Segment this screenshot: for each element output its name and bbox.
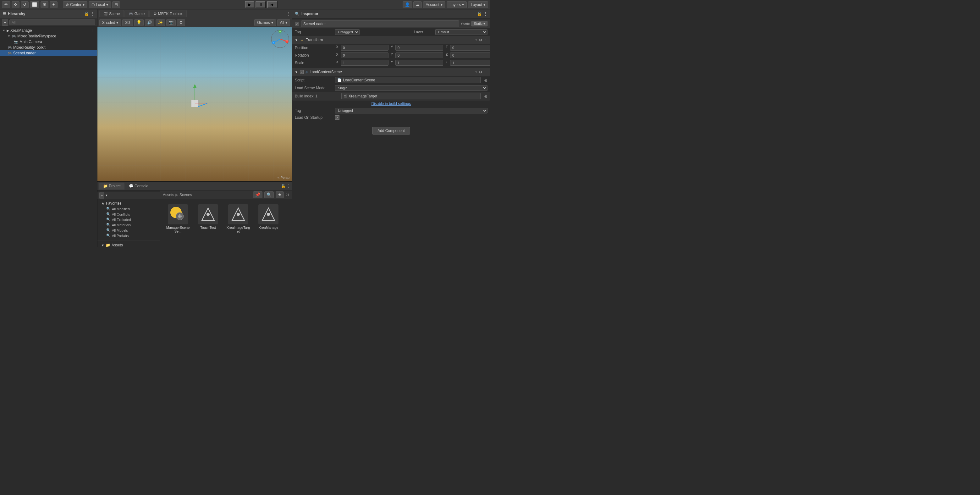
assets-breadcrumb[interactable]: Assets bbox=[163, 193, 174, 197]
add-project-button[interactable]: + bbox=[99, 192, 104, 199]
custom-button[interactable]: ✦ bbox=[50, 1, 57, 8]
loadcontent-component-header[interactable]: ▼ ✓ # LoadContentScene ? ⚙ ⋮ bbox=[292, 68, 490, 76]
assets-header[interactable]: ▼ 📁 Assets bbox=[100, 242, 158, 247]
build-index-field[interactable]: 🎬 XrealmageTarget bbox=[341, 93, 480, 99]
scene-more-icon[interactable]: ⋮ bbox=[286, 12, 290, 16]
loadcontent-menu-icon[interactable]: ⋮ bbox=[484, 70, 487, 74]
project-tab[interactable]: 📁 Project bbox=[99, 183, 124, 189]
console-tab[interactable]: 💬 Console bbox=[125, 183, 152, 189]
inspector-more-icon[interactable]: ⋮ bbox=[484, 12, 487, 16]
shaded-dropdown[interactable]: Shaded ▾ bbox=[99, 19, 121, 26]
favorite-button[interactable]: 📌 bbox=[253, 191, 262, 198]
load-on-startup-checkbox[interactable]: ✓ bbox=[335, 115, 339, 120]
game-tab[interactable]: 🎮 Game bbox=[124, 10, 149, 17]
hierarchy-item-mrtk[interactable]: 🎮 MixedRealityToolkit bbox=[0, 45, 97, 50]
loadcontent-tag-select[interactable]: Untagged bbox=[335, 108, 487, 113]
scale-z-field[interactable] bbox=[450, 60, 490, 66]
step-button[interactable]: ⏭ bbox=[267, 1, 278, 8]
scenes-breadcrumb[interactable]: Scenes bbox=[180, 193, 192, 197]
search-filter-button[interactable]: 🔍 bbox=[264, 191, 274, 198]
transform-button[interactable]: ⊞ bbox=[41, 1, 48, 8]
tag-select[interactable]: Untagged bbox=[335, 29, 360, 35]
scene-settings[interactable]: ⚙ bbox=[177, 19, 185, 26]
all-excluded-item[interactable]: 🔍 All Excluded bbox=[100, 217, 158, 222]
transform-component-header[interactable]: ▼ ↔ Transform ? ⚙ ⋮ bbox=[292, 36, 490, 44]
scale-y-field[interactable] bbox=[395, 60, 443, 66]
hierarchy-search[interactable] bbox=[10, 19, 95, 25]
star-filter-button[interactable]: ★ bbox=[276, 191, 284, 198]
account-dropdown[interactable]: Account ▾ bbox=[423, 1, 445, 8]
rot-z-field[interactable] bbox=[450, 53, 490, 58]
position-row: Position X Y Z bbox=[292, 44, 490, 51]
collab-button[interactable]: 👤 bbox=[402, 1, 412, 8]
asset-touchtest[interactable]: TouchTest bbox=[196, 204, 221, 233]
build-index-target-icon[interactable]: ◎ bbox=[484, 94, 487, 99]
hierarchy-menu-icon[interactable]: ⋮ bbox=[91, 12, 95, 16]
script-target-icon[interactable]: ◎ bbox=[484, 78, 487, 82]
loadcontent-enabled-checkbox[interactable]: ✓ bbox=[300, 70, 304, 74]
bottom-lock-icon[interactable]: 🔓 bbox=[281, 184, 286, 188]
pos-x-label: X bbox=[335, 45, 339, 51]
pos-z-field[interactable] bbox=[450, 45, 490, 51]
object-enabled-checkbox[interactable]: ✓ bbox=[295, 22, 299, 26]
bottom-menu-icon[interactable]: ⋮ bbox=[286, 184, 290, 188]
all-models-item[interactable]: 🔍 All Models bbox=[100, 228, 158, 233]
layer-label: Layer bbox=[414, 30, 433, 34]
transform-help-icon[interactable]: ? bbox=[475, 38, 477, 42]
transform-settings-icon[interactable]: ⚙ bbox=[479, 38, 482, 42]
add-component-button[interactable]: Add Component bbox=[372, 127, 410, 135]
fx-button[interactable]: ✨ bbox=[156, 19, 165, 26]
pos-x-field[interactable] bbox=[341, 45, 388, 51]
add-hierarchy-button[interactable]: + bbox=[2, 19, 8, 26]
hierarchy-item-xreamanage[interactable]: ▼ ▶ XreaManage ⋮ bbox=[0, 28, 97, 33]
audio-button[interactable]: 🔊 bbox=[145, 19, 154, 26]
layer-select[interactable]: Default bbox=[435, 29, 488, 35]
static-badge[interactable]: Static ▾ bbox=[471, 21, 487, 26]
local-dropdown[interactable]: ⬡ Local ▾ bbox=[89, 1, 111, 8]
rotate-button[interactable]: ↺ bbox=[21, 1, 29, 8]
rot-x-field[interactable] bbox=[341, 53, 388, 58]
hierarchy-item-sceneloader[interactable]: 🎮 SceneLoader bbox=[0, 50, 97, 56]
loadcontent-help-icon[interactable]: ? bbox=[475, 70, 477, 74]
play-button[interactable]: ▶ bbox=[245, 1, 254, 8]
camera-button2[interactable]: 📷 bbox=[166, 19, 176, 26]
rot-y-field[interactable] bbox=[395, 53, 443, 58]
object-name-field[interactable] bbox=[301, 21, 459, 27]
all-dropdown[interactable]: All ▾ bbox=[277, 19, 290, 26]
asset-xreamanage[interactable]: XreaManage bbox=[256, 204, 281, 233]
favorites-header[interactable]: ★ Favorites bbox=[100, 201, 158, 206]
grid-button[interactable]: ⊞ bbox=[112, 1, 120, 8]
load-scene-mode-select[interactable]: Single bbox=[335, 85, 487, 91]
xreamanage-menu[interactable]: ⋮ bbox=[91, 29, 95, 33]
center-dropdown[interactable]: ⊕ Center ▾ bbox=[63, 1, 88, 8]
scale-x-field[interactable] bbox=[341, 60, 388, 66]
all-conflicts-item[interactable]: 🔍 All Conflicts bbox=[100, 212, 158, 217]
inspector-lock-icon[interactable]: 🔓 bbox=[477, 12, 482, 16]
asset-manager-scene[interactable]: ManagerSceneSe... bbox=[165, 204, 191, 233]
hierarchy-lock-icon[interactable]: 🔓 bbox=[84, 12, 89, 16]
loadcontent-settings-icon[interactable]: ⚙ bbox=[479, 70, 482, 74]
cloud-button[interactable]: ☁ bbox=[413, 1, 422, 8]
rect-button[interactable]: ⬜ bbox=[30, 1, 39, 8]
layers-dropdown[interactable]: Layers ▾ bbox=[447, 1, 467, 8]
hierarchy-item-playspace[interactable]: ▼ 🎮 MixedRealityPlayspace bbox=[0, 33, 97, 39]
scale-fields: X Y Z bbox=[335, 60, 490, 66]
scene-tab[interactable]: 🎬 Scene bbox=[99, 10, 124, 17]
pause-button[interactable]: ⏸ bbox=[256, 1, 266, 8]
2d-button[interactable]: 2D bbox=[122, 19, 133, 26]
script-field[interactable]: 📄 LoadContentScene bbox=[335, 77, 480, 83]
project-label: Project bbox=[109, 184, 120, 188]
gizmos-dropdown[interactable]: Gizmos ▾ bbox=[254, 19, 276, 26]
eye-button[interactable]: 👁 bbox=[2, 1, 10, 8]
transform-menu-icon[interactable]: ⋮ bbox=[484, 38, 487, 42]
all-prefabs-item[interactable]: 🔍 All Prefabs bbox=[100, 233, 158, 238]
hierarchy-item-maincamera[interactable]: 📷 Main Camera bbox=[0, 39, 97, 45]
light-button[interactable]: 💡 bbox=[134, 19, 144, 26]
asset-xrealimage-target[interactable]: XrealmageTarget bbox=[226, 204, 251, 233]
all-materials-item[interactable]: 🔍 All Materials bbox=[100, 222, 158, 228]
pos-y-field[interactable] bbox=[395, 45, 443, 51]
layout-dropdown[interactable]: Layout ▾ bbox=[468, 1, 488, 8]
move-button[interactable]: ✛ bbox=[12, 1, 19, 8]
all-modified-item[interactable]: 🔍 All Modified bbox=[100, 206, 158, 212]
mrtk-toolbox-tab[interactable]: ⚙ MRTK Toolbox bbox=[149, 10, 187, 17]
